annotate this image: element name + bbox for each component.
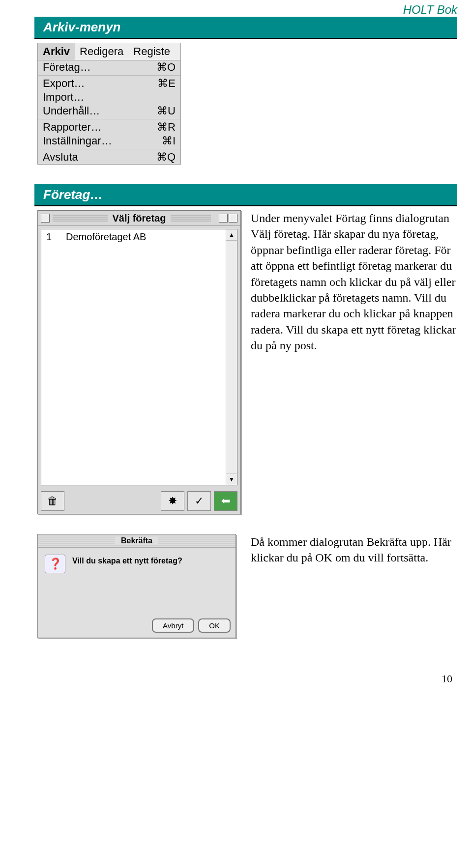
paragraph-foretag: Under menyvalet Förtag finns dialogrutan… (251, 210, 457, 354)
menu-item-underhall[interactable]: Underhåll… ⌘U (38, 104, 180, 118)
list-item[interactable]: 1 Demoföretaget AB (41, 229, 237, 245)
brand-label: HOLT Bok (0, 0, 472, 17)
close-box-icon[interactable] (41, 214, 50, 223)
zoom-box-icon[interactable] (219, 214, 228, 223)
section-arkiv-heading: Arkiv-menyn (34, 17, 457, 39)
menubar-arkiv[interactable]: Arkiv (38, 43, 75, 60)
question-icon: ❓ (45, 555, 65, 573)
cancel-button[interactable]: Avbryt (152, 618, 194, 633)
new-button[interactable]: ✸ (161, 491, 184, 511)
scroll-up-icon[interactable]: ▲ (226, 229, 237, 241)
dialog-title: Bekräfta (115, 536, 158, 545)
menu-item-rapporter[interactable]: Rapporter… ⌘R (38, 120, 180, 134)
scrollbar[interactable]: ▲ ▼ (226, 229, 237, 485)
menu-item-import[interactable]: Import… (38, 90, 180, 104)
section-foretag-heading: Företag… (34, 184, 457, 206)
bekrafta-dialog: Bekräfta ❓ Vill du skapa ett nytt företa… (37, 534, 236, 638)
menu-item-installningar[interactable]: Inställningar… ⌘I (38, 134, 180, 148)
page-number: 10 (0, 672, 472, 695)
paragraph-bekrafta: Då kommer dialogrutan Bekräfta upp. Här … (251, 534, 457, 566)
window-title: Välj företag (108, 213, 171, 224)
menu-item-foretag[interactable]: Företag… ⌘O (38, 60, 180, 74)
select-button[interactable]: ⬅ (214, 491, 237, 511)
ok-button[interactable]: OK (198, 618, 231, 633)
collapse-box-icon[interactable] (229, 214, 237, 223)
arkiv-menu-screenshot: Arkiv Redigera Registe Företag… ⌘O Expor… (37, 43, 181, 165)
menu-item-avsluta[interactable]: Avsluta ⌘Q (38, 150, 180, 164)
dialog-question: Vill du skapa ett nytt företag? (72, 555, 182, 609)
valj-foretag-window: Välj företag 1 Demoföretaget AB ▲ ▼ 🗑 ✸ … (37, 210, 241, 514)
menubar-register[interactable]: Registe (128, 43, 175, 60)
company-list[interactable]: 1 Demoföretaget AB ▲ ▼ (41, 229, 237, 485)
menu-item-export[interactable]: Export… ⌘E (38, 77, 180, 90)
delete-button[interactable]: 🗑 (41, 491, 64, 511)
scroll-down-icon[interactable]: ▼ (226, 474, 237, 485)
confirm-checkmark-icon[interactable]: ✓ (187, 491, 211, 511)
menubar-redigera[interactable]: Redigera (75, 43, 128, 60)
